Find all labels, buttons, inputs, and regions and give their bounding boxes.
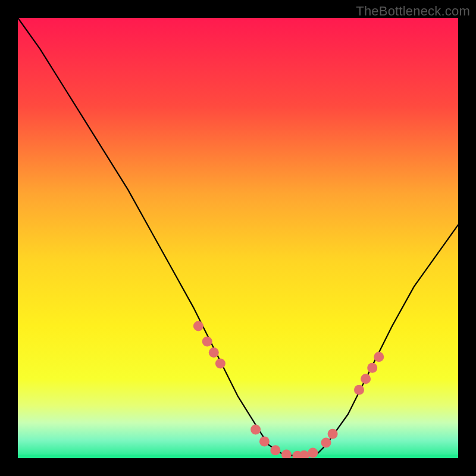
chart-canvas (18, 18, 458, 458)
watermark-text: TheBottleneck.com (356, 4, 470, 19)
chart-area (18, 18, 458, 458)
